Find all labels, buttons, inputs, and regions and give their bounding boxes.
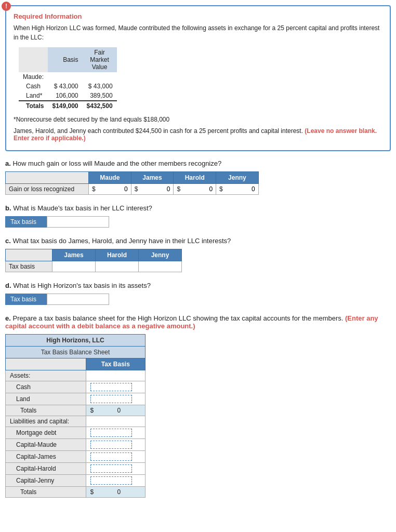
capital-maude-input[interactable]	[90, 441, 132, 449]
dollar-sign: $	[219, 185, 223, 193]
part-c-section: c. What tax basis do James, Harold, and …	[5, 237, 391, 272]
gain-loss-james-input[interactable]	[139, 185, 170, 193]
assets-label-row: Assets:	[6, 370, 146, 381]
gain-loss-harold-input[interactable]	[181, 185, 213, 193]
contribution-table: Basis FairMarketValue Maude: Cash $ 43,0…	[19, 47, 117, 111]
capital-jenny-input[interactable]	[90, 476, 132, 485]
tax-basis-b-input[interactable]	[47, 216, 109, 228]
liabilities-label-row: Liabilities and capital:	[6, 416, 146, 427]
part-b-section: b. What is Maude's tax basis in her LLC …	[5, 204, 391, 228]
part-b-tax-basis-row: Tax basis	[5, 216, 391, 228]
dollar-sign: $	[177, 185, 180, 193]
cap-harold-row: Capital-Harold	[6, 463, 146, 475]
capital-james-input[interactable]	[90, 453, 132, 461]
gain-loss-maude-input[interactable]	[97, 185, 128, 193]
table-row: Cash $ 43,000 $ 43,000	[19, 82, 117, 91]
dollar-sign: $	[92, 185, 96, 193]
assets-total-value: 0	[95, 407, 121, 414]
capital-harold-input[interactable]	[90, 464, 132, 473]
tax-basis-d-input[interactable]	[47, 294, 109, 305]
james-note-text: James, Harold, and Jenny each contribute…	[14, 127, 382, 142]
dollar-sign: $	[90, 488, 94, 496]
required-info-box: ! Required Information When High Horizon…	[5, 5, 391, 151]
mortgage-input[interactable]	[90, 429, 132, 437]
cap-jenny-row: Capital-Jenny	[6, 475, 146, 487]
dollar-sign: $	[90, 407, 94, 414]
tax-basis-harold-input[interactable]	[99, 263, 135, 270]
part-d-label: d. What is High Horizon's tax basis in i…	[5, 282, 391, 289]
footnote-text: *Nonrecourse debt secured by the land eq…	[14, 116, 382, 123]
cap-james-row: Capital-James	[6, 451, 146, 463]
part-e-section: e. Prepare a tax basis balance sheet for…	[5, 314, 391, 498]
alert-icon: !	[2, 2, 11, 11]
required-info-title: Required Information	[14, 12, 382, 20]
table-row: Land* 106,000 389,500	[19, 91, 117, 101]
table-row: Tax basis	[6, 261, 182, 272]
part-b-label: b. What is Maude's tax basis in her LLC …	[5, 204, 391, 212]
intro-text: When High Horizon LLC was formed, Maude …	[14, 23, 382, 42]
liabilities-totals-row: Totals $ 0	[6, 487, 146, 498]
table-row: Gain or loss recognized $ $ $	[6, 184, 259, 195]
tax-basis-label: Tax basis	[5, 216, 47, 228]
part-d-tax-basis-row: Tax basis	[5, 294, 391, 305]
cash-row: Cash	[6, 381, 146, 393]
land-row: Land	[6, 393, 146, 405]
cash-input[interactable]	[90, 383, 132, 391]
gain-loss-jenny-input[interactable]	[224, 185, 255, 193]
land-input[interactable]	[90, 395, 132, 403]
part-e-label: e. Prepare a tax basis balance sheet for…	[5, 314, 391, 330]
tax-basis-jenny-input[interactable]	[142, 263, 178, 270]
part-c-label: c. What tax basis do James, Harold, and …	[5, 237, 391, 245]
balance-sheet-table: High Horizons, LLC Tax Basis Balance She…	[5, 334, 146, 498]
tax-basis-james-input[interactable]	[56, 263, 92, 270]
part-a-table: Maude James Harold Jenny Gain or loss re…	[5, 171, 259, 195]
dollar-sign: $	[135, 185, 138, 193]
assets-totals-row: Totals $ 0	[6, 405, 146, 416]
table-row: Maude:	[19, 72, 117, 82]
part-d-section: d. What is High Horizon's tax basis in i…	[5, 282, 391, 305]
mortgage-row: Mortgage debt	[6, 427, 146, 439]
tax-basis-d-label: Tax basis	[5, 294, 47, 305]
part-c-table: James Harold Jenny Tax basis	[5, 249, 182, 272]
totals-row: Totals $149,000 $432,500	[19, 101, 117, 111]
part-a-section: a. How much gain or loss will Maude and …	[5, 159, 391, 195]
part-a-label: a. How much gain or loss will Maude and …	[5, 159, 391, 167]
cap-maude-row: Capital-Maude	[6, 439, 146, 451]
liabilities-total-value: 0	[95, 488, 121, 496]
